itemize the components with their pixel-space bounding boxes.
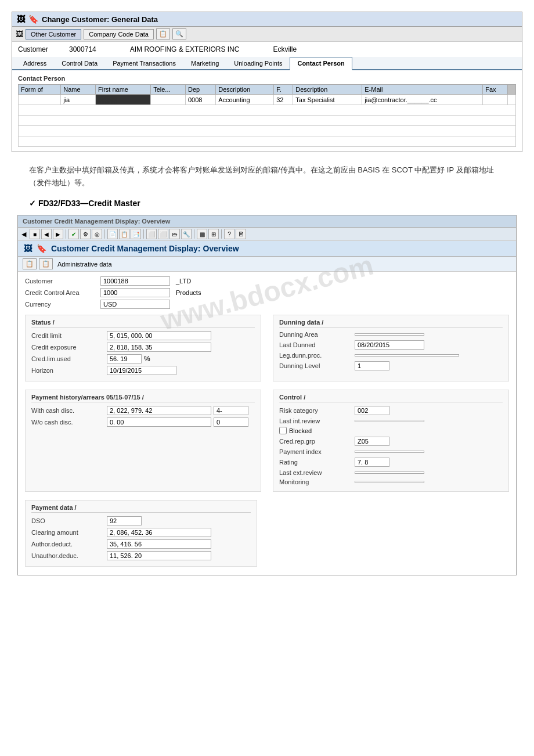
company-code-data-button[interactable]: Company Code Data (84, 29, 154, 39)
author-deduct-value: 35, 416. 56 (107, 539, 211, 549)
credit-body: www.bdocx.com Customer 1000188 _LTD Cred… (18, 272, 516, 575)
toolbar-icon2-button[interactable]: 🔍 (172, 28, 186, 39)
customer-city: Eckville (273, 45, 297, 53)
payment-index-value (355, 451, 424, 453)
cred-lim-value: 56. 19 (107, 354, 142, 363)
toolbar-icon-tools[interactable]: 🔧 (181, 229, 192, 239)
toolbar-icon-grid[interactable]: ▦ (197, 229, 207, 239)
col-description2: Description (293, 85, 362, 95)
monitoring-label: Monitoring (279, 478, 355, 485)
toolbar-icon-paste[interactable]: ⬜ (158, 229, 168, 239)
tab-address[interactable]: Address (16, 57, 54, 70)
leg-dunn-row: Leg.dunn.proc. (279, 352, 503, 359)
cell-empty (19, 136, 516, 147)
payment-history-box: Payment history/arrears 05/15-07/15 / Wi… (25, 390, 261, 492)
tab-contact-person[interactable]: Contact Person (290, 57, 352, 70)
table-row: jia ▓▓▓▓ 0008 Accounting 32 Tax Speciali… (19, 95, 516, 105)
leg-dunn-label: Leg.dunn.proc. (279, 352, 355, 359)
tab-marketing[interactable]: Marketing (183, 57, 226, 70)
credit-title-icon1: 🖼 (24, 244, 32, 253)
admin-data-label: Administrative data (57, 261, 112, 268)
customer-field-label: Customer (25, 278, 100, 285)
other-customer-button[interactable]: Other Customer (26, 29, 81, 39)
sub-toolbar-icon1[interactable]: 📋 (23, 258, 37, 269)
horizon-label: Horizon (31, 367, 107, 374)
cell-empty (19, 126, 516, 136)
credit-sub-toolbar: 📋 📋 Administrative data (18, 257, 516, 272)
credit-title-icon2: 🔖 (37, 244, 46, 253)
toolbar-icon-folder[interactable]: 🗁 (169, 229, 180, 239)
tab-payment-transactions[interactable]: Payment Transactions (105, 57, 183, 70)
wo-cash-value: 0. 00 (107, 417, 211, 427)
toolbar-icon-info[interactable]: 🖹 (236, 229, 246, 239)
with-cash-row: With cash disc. 2, 022, 979. 42 4- (31, 406, 255, 415)
last-ext-review-value (355, 471, 424, 474)
control-title: Control / (279, 394, 503, 402)
customer-info-row: Customer 3000714 AIM ROOFING & EXTERIORS… (12, 42, 522, 57)
toolbar-icon-copy[interactable]: ⬜ (146, 229, 157, 239)
payment-data-title: Payment data / (31, 504, 251, 513)
customer-name-value: _LTD (176, 278, 191, 285)
unauthor-deduc-row: Unauthor.deduc. 11, 526. 20 (31, 551, 251, 560)
with-cash-value: 2, 022, 979. 42 (107, 406, 211, 415)
dunning-level-row: Dunning Level 1 (279, 361, 503, 370)
wo-cash-row: W/o cash disc. 0. 00 0 (31, 417, 255, 427)
credit-exposure-value: 2, 818, 158. 35 (107, 343, 211, 352)
toolbar-separator5 (221, 229, 222, 239)
author-deduct-label: Author.deduct. (31, 541, 107, 548)
tab-unloading-points[interactable]: Unloading Points (226, 57, 290, 70)
tab-control-data[interactable]: Control Data (54, 57, 105, 70)
blocked-checkbox[interactable] (279, 427, 287, 434)
unauthor-deduc-value: 11, 526. 20 (107, 551, 211, 560)
last-dunned-label: Last Dunned (279, 341, 355, 348)
last-ext-review-row: Last ext.review (279, 469, 503, 476)
cred-rep-grp-label: Cred.rep.grp (279, 438, 355, 445)
risk-category-label: Risk category (279, 407, 355, 414)
credit-control-area-label: Credit Control Area (25, 289, 100, 296)
cell-email: jia@contractor.______.cc (362, 95, 483, 105)
toolbar-icon-help[interactable]: ? (224, 229, 234, 239)
toolbar-icon-save[interactable]: ■ (30, 229, 40, 239)
toolbar-icon-execute[interactable]: ⚙ (80, 229, 91, 239)
col-name: Name (61, 85, 96, 95)
cell-empty (19, 116, 516, 126)
payment-index-row: Payment index (279, 448, 503, 455)
window1-toolbar: 🖼 Other Customer Company Code Data 📋 🔍 (12, 27, 522, 42)
toolbar-icon-prev[interactable]: ◀ (41, 229, 52, 239)
toolbar-icon-find[interactable]: ◎ (92, 229, 102, 239)
leg-dunn-value (355, 354, 459, 357)
wo-cash-badge: 0 (214, 417, 248, 427)
dso-label: DSO (31, 517, 107, 524)
window1-titlebar: 🖼 🔖 Change Customer: General Data (12, 12, 522, 27)
status-title: Status / (31, 319, 255, 327)
toolbar-icon-check[interactable]: ✔ (68, 229, 79, 239)
unauthor-deduc-label: Unauthor.deduc. (31, 552, 107, 559)
toolbar-icon-doc1[interactable]: 📄 (107, 229, 118, 239)
toolbar-icon1-button[interactable]: 📋 (156, 28, 170, 39)
toolbar-icon-doc3[interactable]: 📑 (131, 229, 141, 239)
clearing-amount-label: Clearing amount (31, 529, 107, 536)
toolbar-icon-doc2[interactable]: 📋 (119, 229, 129, 239)
cell-desc1: Accounting (216, 95, 274, 105)
toolbar-icon-next[interactable]: ▶ (53, 229, 63, 239)
header-fields: www.bdocx.com Customer 1000188 _LTD Cred… (25, 276, 509, 309)
credit-management-window: Customer Credit Management Display: Over… (17, 215, 517, 575)
check-title: ✓ FD32/FD33—Credit Master (29, 199, 505, 208)
toolbar-separator3 (143, 229, 144, 239)
dunning-box: Dunning data / Dunning Area Last Dunned … (273, 315, 509, 381)
cell-desc2: Tax Specialist (293, 95, 362, 105)
col-description1: Description (216, 85, 274, 95)
cell-extra (508, 95, 516, 105)
col-first-name: First name (96, 85, 151, 95)
last-ext-review-label: Last ext.review (279, 469, 355, 476)
payment-data-box: Payment data / DSO 92 Clearing amount 2,… (25, 500, 257, 567)
cred-lim-unit: % (144, 355, 150, 363)
status-box: Status / Credit limit 5, 015, 000. 00 Cr… (25, 315, 261, 381)
cell-fax (483, 95, 508, 105)
customer-name: AIM ROOFING & EXTERIORS INC (130, 45, 240, 53)
with-cash-label: With cash disc. (31, 407, 107, 414)
customer-field-value: 1000188 (100, 276, 170, 286)
monitoring-value (355, 481, 424, 483)
toolbar-icon-expand[interactable]: ⊞ (208, 229, 219, 239)
sub-toolbar-icon2[interactable]: 📋 (39, 258, 53, 269)
